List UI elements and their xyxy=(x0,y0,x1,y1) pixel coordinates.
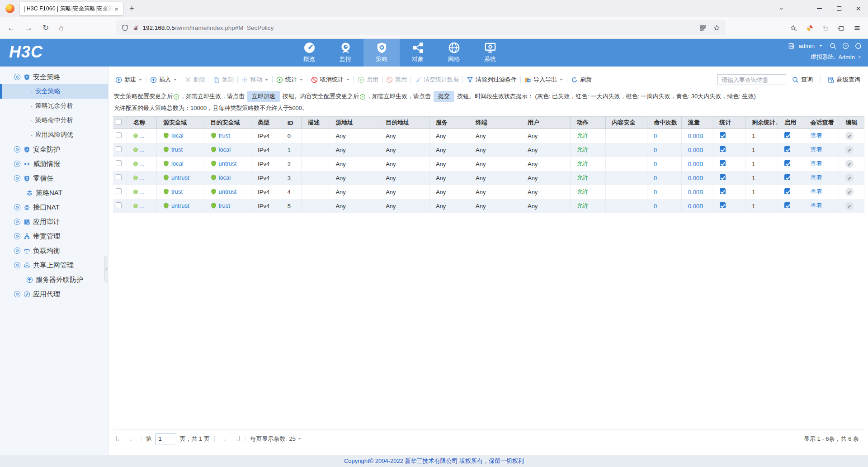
sidebar-item-security-protection[interactable]: 安全防护 xyxy=(0,142,108,157)
tab-overview[interactable]: 概览 xyxy=(291,39,327,67)
zone-link[interactable]: trust xyxy=(171,146,183,153)
row-checkbox[interactable] xyxy=(116,202,122,208)
zone-link[interactable]: untrust xyxy=(219,160,237,167)
undo-arrow-icon[interactable] xyxy=(822,24,829,32)
col-header-type[interactable]: 类型 xyxy=(251,117,281,129)
traffic-link[interactable]: 0.00B xyxy=(688,175,703,181)
back-button[interactable]: ← xyxy=(7,24,15,32)
insecure-lock-icon[interactable] xyxy=(132,24,139,31)
traffic-link[interactable]: 0.00B xyxy=(688,189,703,195)
question-icon[interactable]: ? xyxy=(359,94,366,100)
tab-monitor[interactable]: 监控 xyxy=(327,39,363,67)
sidebar-item-security-policy[interactable]: 安全策略 xyxy=(0,70,108,84)
col-header-dest-zone[interactable]: 目的安全域 xyxy=(204,117,251,129)
edit-button[interactable] xyxy=(845,132,854,140)
delete-button[interactable]: 删除 xyxy=(185,76,205,84)
enable-checkbox[interactable] xyxy=(784,202,790,208)
edit-button[interactable] xyxy=(845,174,854,182)
window-close-button[interactable]: × xyxy=(849,0,868,17)
sidebar-item-shared-internet-mgmt[interactable]: 共享上网管理 xyxy=(0,258,108,272)
zone-link[interactable]: untrust xyxy=(171,202,189,209)
col-header-source-zone[interactable]: 源安全域 xyxy=(156,117,204,129)
move-button[interactable]: 移动 xyxy=(241,76,269,84)
url-bar[interactable]: 192.168.0.5/wnm/frame/index.php#M_SecPol… xyxy=(116,20,726,35)
new-tab-button[interactable]: + xyxy=(129,4,134,14)
vsys-row[interactable]: 虚拟系统: Admin xyxy=(788,53,862,61)
hit-count-link[interactable]: 0 xyxy=(654,147,657,153)
edit-button[interactable] xyxy=(845,188,854,196)
hit-count-link[interactable]: 0 xyxy=(654,203,657,210)
col-header-service[interactable]: 服务 xyxy=(429,117,469,129)
sidebar-collapse-handle[interactable] xyxy=(104,256,108,282)
col-header-id[interactable]: ID xyxy=(281,117,301,129)
sidebar-item-bandwidth-mgmt[interactable]: 带宽管理 xyxy=(0,229,108,243)
help-icon[interactable]: ? xyxy=(842,43,849,49)
reload-button[interactable]: ↻ xyxy=(42,24,49,32)
page-input[interactable] xyxy=(156,434,176,444)
col-header-hit-count[interactable]: 命中次数 xyxy=(647,117,681,129)
qr-code-icon[interactable] xyxy=(699,24,706,31)
sidebar-subitem-policy-hit-analysis[interactable]: ·策略命中分析 xyxy=(0,113,108,128)
sidebar-item-interface-nat[interactable]: 接口NAT xyxy=(0,200,108,214)
advanced-query-button[interactable]: 高级查询 xyxy=(828,76,860,84)
col-header-source-address[interactable]: 源地址 xyxy=(329,117,379,129)
sidebar-subitem-security-policy[interactable]: ·安全策略 xyxy=(0,84,108,99)
policy-name-link[interactable]: ... xyxy=(139,161,144,167)
tab-network[interactable]: 网络 xyxy=(436,39,472,67)
tab-policy[interactable]: 策略 xyxy=(363,39,400,67)
zone-link[interactable]: trust xyxy=(171,188,183,195)
row-checkbox[interactable] xyxy=(116,160,122,166)
stats-button[interactable]: 统计 xyxy=(276,76,303,84)
row-checkbox[interactable] xyxy=(116,174,122,180)
bookmark-star-icon[interactable] xyxy=(713,24,720,31)
policy-name-link[interactable]: ... xyxy=(139,147,144,153)
accelerate-button[interactable]: 立即加速 xyxy=(247,91,280,102)
extension-icon[interactable] xyxy=(806,24,813,32)
sidebar-item-server-outreach-protection[interactable]: 服务器外联防护 xyxy=(0,272,108,287)
col-header-description[interactable]: 描述 xyxy=(301,117,329,129)
zone-link[interactable]: untrust xyxy=(171,174,189,181)
zone-link[interactable]: local xyxy=(171,132,184,139)
sidebar-subitem-policy-redundancy[interactable]: ·策略冗余分析 xyxy=(0,99,108,113)
session-view-link[interactable]: 查看 xyxy=(811,188,822,195)
zone-link[interactable]: local xyxy=(219,174,231,181)
global-search-icon[interactable] xyxy=(830,43,836,49)
window-list-caret-icon[interactable] xyxy=(771,0,791,17)
enable-checkbox[interactable] xyxy=(784,146,790,152)
new-button[interactable]: 新建 xyxy=(115,76,142,84)
search-input[interactable] xyxy=(717,74,786,85)
user-caret-icon[interactable] xyxy=(819,44,823,48)
tab-system[interactable]: 系统 xyxy=(472,39,508,67)
logout-icon[interactable] xyxy=(855,43,862,49)
browser-tab[interactable]: | H3C F1060 | 策略|安全策略|安全策 × xyxy=(20,2,123,15)
zone-link[interactable]: trust xyxy=(219,132,230,139)
sidebar-item-policy-nat[interactable]: 策略NAT xyxy=(0,186,108,200)
row-checkbox[interactable] xyxy=(116,132,122,138)
traffic-link[interactable]: 0.00B xyxy=(688,133,703,139)
session-view-link[interactable]: 查看 xyxy=(811,202,822,209)
query-button[interactable]: 查询 xyxy=(792,76,813,84)
session-view-link[interactable]: 查看 xyxy=(811,160,822,167)
session-view-link[interactable]: 查看 xyxy=(811,146,822,153)
import-export-button[interactable]: 导入导出 xyxy=(524,76,563,84)
refresh-button[interactable]: 刷新 xyxy=(571,76,592,84)
enable-checkbox[interactable] xyxy=(784,174,790,180)
col-header-traffic[interactable]: 流量 xyxy=(681,117,713,129)
col-header-enable[interactable]: 启用 xyxy=(778,117,804,129)
hit-count-link[interactable]: 0 xyxy=(654,189,657,195)
save-config-icon[interactable] xyxy=(788,43,795,49)
col-header-action[interactable]: 动作 xyxy=(570,117,605,129)
firefox-icon[interactable] xyxy=(5,4,14,13)
extensions-puzzle-icon[interactable] xyxy=(838,24,845,32)
per-page-select[interactable]: 25 xyxy=(289,435,295,442)
sidebar-subitem-app-risk-tuning[interactable]: ·应用风险调优 xyxy=(0,128,108,142)
row-checkbox[interactable] xyxy=(116,188,122,194)
copy-button[interactable]: 复制 xyxy=(213,76,234,84)
stats-checkbox[interactable] xyxy=(720,132,726,138)
stats-checkbox[interactable] xyxy=(720,202,726,208)
session-view-link[interactable]: 查看 xyxy=(811,174,822,181)
traffic-link[interactable]: 0.00B xyxy=(688,161,703,167)
policy-name-link[interactable]: ... xyxy=(139,175,144,181)
window-maximize-button[interactable] xyxy=(829,0,849,17)
stats-checkbox[interactable] xyxy=(720,160,726,166)
